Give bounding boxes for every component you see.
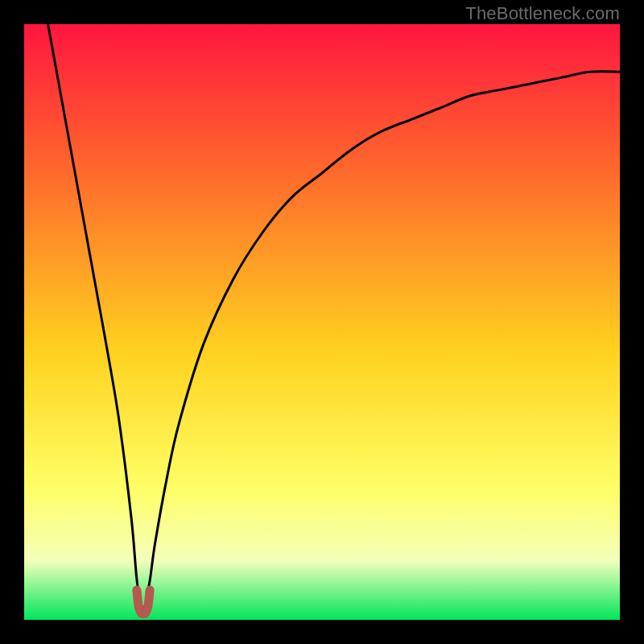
watermark-text: TheBottleneck.com — [465, 3, 620, 24]
chart-frame — [24, 24, 620, 620]
bottleneck-chart — [24, 24, 620, 620]
gradient-background — [24, 24, 620, 620]
